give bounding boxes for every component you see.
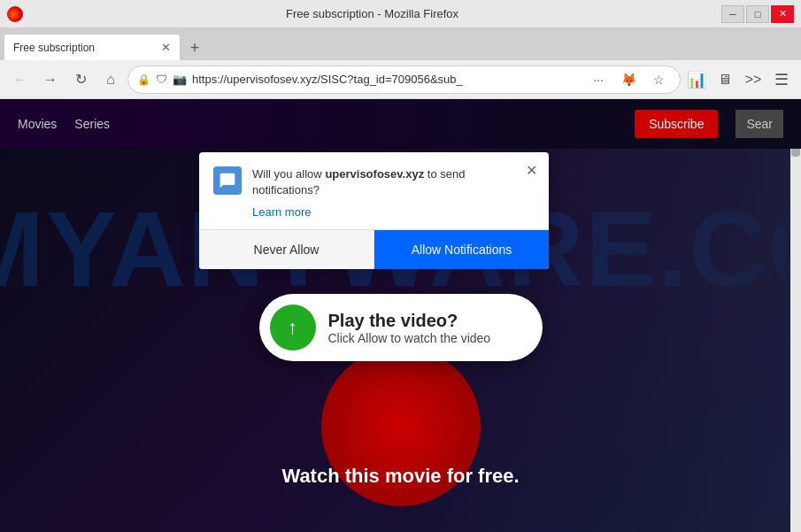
scrollbar[interactable] xyxy=(790,99,801,532)
more-button[interactable]: ··· xyxy=(586,67,611,92)
title-bar-left xyxy=(7,6,23,22)
title-bar: Free subscription - Mozilla Firefox ─ □ … xyxy=(0,0,801,28)
extensions-button[interactable]: >> xyxy=(741,67,766,92)
series-nav[interactable]: Series xyxy=(74,117,110,131)
search-button[interactable]: Sear xyxy=(736,110,783,138)
home-button[interactable]: ⌂ xyxy=(97,66,124,93)
notification-icon xyxy=(213,166,242,195)
tab-close-button[interactable]: ✕ xyxy=(161,41,171,54)
movies-nav[interactable]: Movies xyxy=(18,117,57,131)
play-circle[interactable]: ↑ xyxy=(270,305,316,351)
shield-icon: 🛡 xyxy=(156,73,167,86)
play-subtitle: Click Allow to watch the video xyxy=(328,331,491,345)
hamburger-menu-button[interactable]: ☰ xyxy=(769,67,794,92)
new-tab-button[interactable]: + xyxy=(182,35,207,60)
play-title: Play the video? xyxy=(328,311,491,331)
play-text: Play the video? Click Allow to watch the… xyxy=(328,311,491,345)
popup-close-button[interactable]: ✕ xyxy=(522,161,540,179)
reload-button[interactable]: ↻ xyxy=(67,66,94,93)
back-button[interactable]: ← xyxy=(7,66,34,93)
minimize-button[interactable]: ─ xyxy=(721,5,744,23)
tab-bar: Free subscription ✕ + xyxy=(0,28,801,60)
popup-question: Will you allow upervisofosev.xyz to send… xyxy=(252,166,535,198)
camera-icon: 📷 xyxy=(173,73,187,86)
watch-free-text: Watch this movie for free. xyxy=(281,465,519,488)
popup-text: Will you allow upervisofosev.xyz to send… xyxy=(252,166,535,198)
sync-button[interactable]: 🖥 xyxy=(712,67,737,92)
active-tab[interactable]: Free subscription ✕ xyxy=(4,34,181,60)
site-header: Movies Series Subscribe Sear xyxy=(0,99,801,149)
bookmark-button[interactable]: ☆ xyxy=(646,67,671,92)
allow-notifications-button[interactable]: Allow Notifications xyxy=(374,230,549,269)
library-button[interactable]: 📊 xyxy=(684,67,709,92)
learn-more-link[interactable]: Learn more xyxy=(199,205,549,229)
never-allow-button[interactable]: Never Allow xyxy=(199,230,374,269)
firefox-icon xyxy=(7,6,23,22)
play-prompt: ↑ Play the video? Click Allow to watch t… xyxy=(259,294,543,361)
pocket-icon: 🦊 xyxy=(616,67,641,92)
popup-domain: upervisofosev.xyz xyxy=(325,167,424,181)
notification-popup: Will you allow upervisofosev.xyz to send… xyxy=(199,152,549,269)
title-bar-controls: ─ □ ✕ xyxy=(721,5,794,23)
website-content: Movies Series Subscribe Sear MYANTWARE.C… xyxy=(0,99,801,532)
maximize-button[interactable]: □ xyxy=(746,5,769,23)
close-button[interactable]: ✕ xyxy=(771,5,794,23)
address-bar[interactable]: 🔒 🛡 📷 https://upervisofosev.xyz/SISC?tag… xyxy=(127,66,681,94)
nav-bar: ← → ↻ ⌂ 🔒 🛡 📷 https://upervisofosev.xyz/… xyxy=(0,60,801,99)
title-bar-title: Free subscription - Mozilla Firefox xyxy=(23,7,721,20)
tab-label: Free subscription xyxy=(13,42,95,54)
toolbar-icons: 📊 🖥 >> ☰ xyxy=(684,67,794,92)
play-arrow-icon: ↑ xyxy=(288,316,297,339)
security-icon: 🔒 xyxy=(137,73,150,86)
popup-header: Will you allow upervisofosev.xyz to send… xyxy=(199,152,549,205)
popup-buttons: Never Allow Allow Notifications xyxy=(199,229,549,269)
forward-button[interactable]: → xyxy=(37,66,64,93)
subscribe-button[interactable]: Subscribe xyxy=(635,110,718,138)
url-display: https://upervisofosev.xyz/SISC?tag_id=70… xyxy=(192,73,581,86)
